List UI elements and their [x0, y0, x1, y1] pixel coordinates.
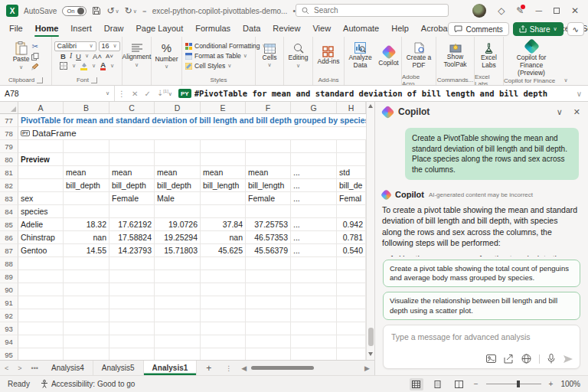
grid-cell-C88[interactable]: [109, 257, 155, 270]
grid-cell-A87[interactable]: Gentoo: [18, 244, 64, 257]
grid-cell-G86[interactable]: ...: [291, 231, 337, 244]
alignment-button[interactable]: Alignment∨: [122, 43, 152, 69]
grid-cell-A77[interactable]: PivotTable for mean and standard deviati…: [18, 114, 366, 127]
tab-automate[interactable]: Automate: [337, 21, 385, 37]
grid-cell-F90[interactable]: [246, 283, 291, 296]
show-toolpak-button[interactable]: Show ToolPak: [437, 42, 473, 70]
autosave-toggle[interactable]: On: [62, 6, 87, 16]
insert-function-icon[interactable]: ⇣[1]∨: [154, 89, 175, 97]
grid-cell-H87[interactable]: 0.540: [337, 244, 366, 257]
tab-help[interactable]: Help: [385, 21, 415, 37]
grid-cell-E93[interactable]: [201, 322, 246, 335]
send-icon[interactable]: [563, 354, 573, 364]
user-avatar[interactable]: [472, 4, 486, 18]
grid-cell-G92[interactable]: [291, 309, 337, 322]
grid-cell-E85[interactable]: 37.84: [201, 218, 246, 231]
quick-access-icon[interactable]: ≂: [142, 8, 147, 14]
suggestion-chip[interactable]: Visualize the relationship between bill …: [383, 292, 580, 320]
grid-cell-F81[interactable]: mean: [246, 166, 291, 179]
tab-insert[interactable]: Insert: [64, 21, 98, 37]
grid-cell-H80[interactable]: [337, 153, 366, 166]
grid-cell-D80[interactable]: [155, 153, 201, 166]
grid-cell-C79[interactable]: [109, 140, 155, 153]
copilot-input[interactable]: [391, 332, 572, 341]
scroll-up-icon[interactable]: [368, 104, 373, 108]
grid-cell-H94[interactable]: [337, 335, 366, 348]
panel-collapse-icon[interactable]: ∨: [557, 107, 563, 117]
globe-icon[interactable]: [521, 354, 531, 364]
horizontal-scroll-thumb[interactable]: [251, 366, 314, 370]
grid-cell-A93[interactable]: [18, 322, 64, 335]
grid-cell-D85[interactable]: 19.0726: [155, 218, 201, 231]
grid-cell-G81[interactable]: ...: [291, 166, 337, 179]
grid-cell-B84[interactable]: [64, 205, 109, 218]
grid-cell-D83[interactable]: Male: [155, 192, 201, 205]
grid-cell-D87[interactable]: 15.71803: [155, 244, 201, 257]
grid-cell-H81[interactable]: std: [337, 166, 366, 179]
zoom-slider[interactable]: [486, 384, 541, 384]
create-pdf-button[interactable]: Create a PDF: [403, 41, 435, 70]
copilot-finance-button[interactable]: Copilot for Finance (Preview): [505, 38, 558, 77]
grid-cell-H85[interactable]: 0.942: [337, 218, 366, 231]
formula-bar-expand-icon[interactable]: ∨: [573, 90, 588, 98]
grid-cell-A84[interactable]: species: [18, 205, 64, 218]
column-header-e[interactable]: E: [201, 102, 246, 113]
grid-cell-D92[interactable]: [155, 309, 201, 322]
decrease-font-button[interactable]: A˅: [106, 53, 113, 60]
grid-cell-B95[interactable]: [64, 348, 109, 360]
row-header-77[interactable]: 77: [0, 114, 18, 127]
grid-cell-E95[interactable]: [201, 348, 246, 360]
column-header-a[interactable]: A: [18, 102, 64, 113]
maximize-button[interactable]: [554, 8, 560, 14]
grid-cell-E92[interactable]: [201, 309, 246, 322]
grid-cell-H82[interactable]: bill_de: [337, 179, 366, 192]
sheet-nav-right-icon[interactable]: >: [13, 361, 26, 375]
grid-cell-B89[interactable]: [64, 270, 109, 283]
grid-cell-G95[interactable]: [291, 348, 337, 360]
grid-cell-H89[interactable]: [337, 270, 366, 283]
row-header-94[interactable]: 94: [0, 335, 18, 348]
grid-cell-F92[interactable]: [246, 309, 291, 322]
grid-cell-H90[interactable]: [337, 283, 366, 296]
grid-cell-D82[interactable]: bill_depth: [155, 179, 201, 192]
bold-button[interactable]: B: [60, 52, 66, 60]
zoom-slider-thumb[interactable]: [517, 381, 520, 387]
grid-cell-F88[interactable]: [246, 257, 291, 270]
cells-button[interactable]: Cells∨: [262, 43, 278, 70]
image-icon[interactable]: [486, 354, 496, 364]
row-header-80[interactable]: 80: [0, 153, 18, 166]
grid-cell-E83[interactable]: [201, 192, 246, 205]
row-header-92[interactable]: 92: [0, 309, 18, 322]
grid-cell-E84[interactable]: [201, 205, 246, 218]
row-header-93[interactable]: 93: [0, 322, 18, 335]
accessibility-status[interactable]: Accessibility: Good to go: [41, 380, 136, 388]
grid-cell-E82[interactable]: bill_length: [201, 179, 246, 192]
italic-button[interactable]: I: [70, 52, 72, 60]
grid-cell-H95[interactable]: [337, 348, 366, 360]
select-all-corner[interactable]: [0, 102, 18, 113]
grid-cell-B88[interactable]: [64, 257, 109, 270]
column-header-h[interactable]: H: [337, 102, 366, 113]
vertical-scrollbar[interactable]: [366, 102, 374, 360]
grid-cell-D90[interactable]: [155, 283, 201, 296]
number-button[interactable]: % Number∨: [154, 41, 178, 70]
grid-cell-D84[interactable]: [155, 205, 201, 218]
grid-cell-H86[interactable]: 0.781: [337, 231, 366, 244]
formula-input[interactable]: #PivotTable for mean and standard deviat…: [194, 89, 573, 98]
sheet-list-icon[interactable]: •••: [27, 361, 43, 375]
grid-cell-A80[interactable]: Preview: [18, 153, 64, 166]
grid-cell-D81[interactable]: mean: [155, 166, 201, 179]
row-header-79[interactable]: 79: [0, 140, 18, 153]
grid-cell-G82[interactable]: ...: [291, 179, 337, 192]
scroll-down-icon[interactable]: [368, 352, 373, 356]
grid-cell-F84[interactable]: [246, 205, 291, 218]
grid-cell-B79[interactable]: [64, 140, 109, 153]
grid-cell-C83[interactable]: Female: [109, 192, 155, 205]
grid-cell-A83[interactable]: sex: [18, 192, 64, 205]
row-header-88[interactable]: 88: [0, 257, 18, 270]
grid-cell-A95[interactable]: [18, 348, 64, 360]
grid-cell-F89[interactable]: [246, 270, 291, 283]
grid-cell-C90[interactable]: [109, 283, 155, 296]
grid-cell-D79[interactable]: [155, 140, 201, 153]
vertical-scroll-thumb[interactable]: [368, 328, 374, 346]
